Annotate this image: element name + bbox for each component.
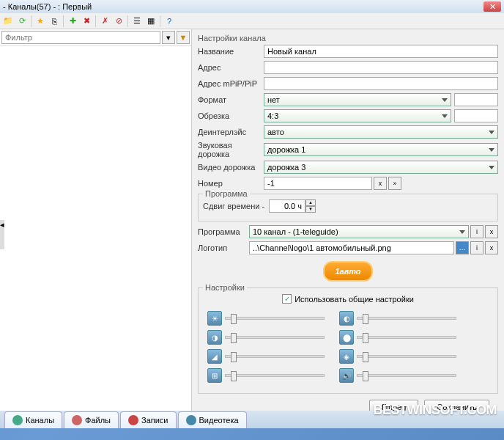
name-input[interactable] [264,45,498,58]
folder-icon[interactable]: 📁 [1,15,15,28]
settings-group: Настройки ✓Использовать общие настройки … [198,287,498,394]
brightness-slider[interactable] [225,317,325,320]
contrast-icon: ◑ [207,330,222,345]
format-extra[interactable] [454,93,498,106]
use-common-label: Использовать общие настройки [294,295,414,304]
watermark: BESTWINSOFT.COM [374,403,497,418]
shift-input[interactable] [269,199,305,213]
filter-input[interactable] [1,31,160,44]
mpip-label: Адрес mPiP/PiP [198,79,264,88]
right-panel: Настройки канала Название Адрес Адрес mP… [192,29,504,411]
grid-icon[interactable]: ▦ [144,15,158,28]
crop-extra[interactable] [454,109,498,122]
window-title: - Каналы(57) - : Первый [3,2,92,11]
sliders-grid: ☀ ◐ ◑ ⬤ ◢ ◈ ⊞ 🔊 [203,307,493,387]
logo-info-button[interactable]: i [470,241,483,254]
spin-up[interactable]: ▲ [305,199,316,206]
crop-label: Обрезка [198,111,264,120]
program-clear-button[interactable]: x [485,225,498,238]
copy-icon[interactable]: ⎘ [48,15,61,28]
video-label: Видео дорожка [198,163,264,172]
volume-icon: 🔊 [339,368,354,383]
scale-slider[interactable] [225,374,325,377]
settings-header: Настройки канала [198,34,498,43]
program-group: Программа Сдвиг времени -▲▼ [198,194,498,221]
number-x-button[interactable]: x [374,177,387,190]
audio-label: Звуковая дорожка [198,141,264,158]
titlebar: - Каналы(57) - : Первый ✕ [0,0,504,13]
tab-library[interactable]: Видеотека [178,411,247,428]
logo-clear-button[interactable]: x [485,241,498,254]
logo-label: Логотип [198,243,249,252]
stop-icon[interactable]: ⊘ [112,15,125,28]
refresh-icon[interactable]: ⟳ [15,15,29,28]
star-icon[interactable]: ★ [34,15,47,28]
sharpness-icon: ◈ [339,349,354,364]
name-label: Название [198,47,264,56]
logo-preview: 1авто [198,261,498,282]
saturation-slider[interactable] [357,336,456,339]
hue-slider[interactable] [357,317,456,320]
sharpness-slider[interactable] [357,355,456,358]
shift-label: Сдвиг времени - [203,202,269,210]
help-icon[interactable]: ? [163,15,176,28]
saturation-icon: ⬤ [339,330,354,345]
tab-files[interactable]: Файлы [64,411,119,428]
deint-combo[interactable]: авто [264,125,498,139]
number-label: Номер [198,179,264,188]
left-panel: ▾ ▼ [0,29,192,411]
expand-handle[interactable]: ◂ [0,220,4,249]
close-button[interactable]: ✕ [483,1,501,12]
mpip-input[interactable] [264,77,498,90]
program-label: Программа [198,227,249,236]
spin-down[interactable]: ▼ [305,206,316,213]
scale-icon: ⊞ [207,368,222,383]
crop-combo[interactable]: 4:3 [264,109,451,122]
format-combo[interactable]: нет [264,93,451,106]
contrast-slider[interactable] [225,336,325,339]
video-combo[interactable]: дорожка 3 [264,161,498,174]
address-label: Адрес [198,63,264,72]
address-input[interactable] [264,61,498,74]
brightness-icon: ☀ [207,311,222,326]
add-icon[interactable]: ✚ [66,15,79,28]
audio-combo[interactable]: дорожка 1 [264,143,498,156]
channel-tree[interactable] [0,46,191,411]
logo-browse-button[interactable]: … [456,241,469,254]
deint-label: Деинтерлэйс [198,128,264,136]
number-input[interactable] [264,177,372,190]
tab-records[interactable]: Записи [120,411,177,428]
volume-slider[interactable] [357,374,456,377]
hue-icon: ◐ [339,311,354,326]
logo-input[interactable] [249,241,454,254]
format-label: Формат [198,95,264,104]
use-common-checkbox[interactable]: ✓ [282,294,292,304]
number-next-button[interactable]: » [388,177,401,190]
gamma-icon: ◢ [207,349,222,364]
main-area: ◂ ▾ ▼ Настройки канала Название Адрес Ад… [0,29,504,411]
filter-clear-icon[interactable]: ▾ [162,31,175,44]
program-combo[interactable]: 10 канал - (1-teleguide) [249,225,469,238]
delete-icon[interactable]: ✖ [80,15,93,28]
program-info-button[interactable]: i [470,225,483,238]
tab-channels[interactable]: Каналы [4,411,62,428]
toolbar: 📁 ⟳ ★ ⎘ ✚ ✖ ✗ ⊘ ☰ ▦ ? [0,13,504,29]
gamma-slider[interactable] [225,355,325,358]
list-icon[interactable]: ☰ [130,15,144,28]
filter-funnel-icon[interactable]: ▼ [177,31,190,44]
cancel-icon[interactable]: ✗ [98,15,111,28]
